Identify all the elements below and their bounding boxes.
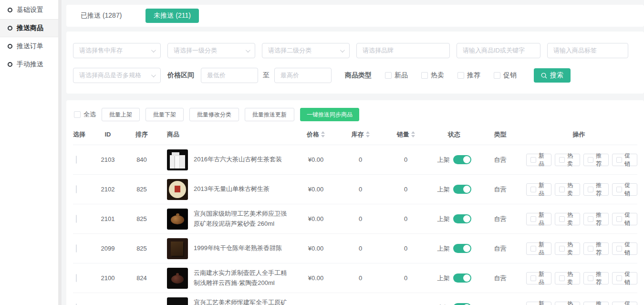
checkbox-icon[interactable] <box>588 275 593 281</box>
product-title[interactable]: 宜兴国家级助理工艺美术师应卫强原矿老段泥葫芦紫砂壶 260ml <box>194 209 292 228</box>
checkbox-icon[interactable] <box>559 187 565 192</box>
checkbox-icon[interactable] <box>530 157 536 163</box>
row-checkbox[interactable] <box>76 156 77 164</box>
search-button[interactable]: 搜索 <box>534 68 571 83</box>
action-new-button[interactable]: 新品 <box>526 302 551 305</box>
checkbox-icon[interactable] <box>530 275 536 281</box>
checkbox-icon[interactable] <box>559 246 565 252</box>
sort-carets-icon[interactable] <box>321 131 325 137</box>
checkbox-icon[interactable] <box>616 157 622 163</box>
select-all-checkbox[interactable]: 全选 <box>74 110 96 119</box>
product-type-checkbox[interactable]: 推荐 <box>457 71 480 80</box>
checkbox-icon[interactable] <box>616 187 622 192</box>
status-toggle[interactable] <box>453 185 471 194</box>
row-checkbox[interactable] <box>76 244 77 252</box>
action-recommend-button[interactable]: 推荐 <box>583 302 609 305</box>
bulk-action-button[interactable]: 批量推送更新 <box>245 108 294 121</box>
category-level2-select[interactable]: 请选择二级分类 <box>262 43 350 58</box>
sidebar-item[interactable]: 推送商品 <box>0 19 58 37</box>
checkbox-icon[interactable] <box>559 275 565 281</box>
product-thumbnail[interactable] <box>167 238 188 259</box>
sidebar-item[interactable]: 手动推送 <box>0 55 58 74</box>
action-promo-button[interactable]: 促销 <box>612 302 637 305</box>
action-hot-button[interactable]: 热卖 <box>555 213 580 225</box>
checkbox-icon[interactable] <box>559 216 565 222</box>
checkbox-icon[interactable] <box>616 216 622 222</box>
price-max-input[interactable]: 最高价 <box>274 68 332 83</box>
action-new-button[interactable]: 新品 <box>526 213 551 225</box>
checkbox-icon[interactable] <box>530 187 536 192</box>
status-toggle[interactable] <box>453 214 471 223</box>
checkbox-icon[interactable] <box>588 187 593 192</box>
product-title[interactable]: 云南建水实力派制壶匠人全手工精制浅雕祥云西施·紫陶壶200ml <box>194 268 292 287</box>
action-recommend-button[interactable]: 推荐 <box>583 183 609 196</box>
row-checkbox[interactable] <box>76 185 77 193</box>
action-new-button[interactable]: 新品 <box>526 183 551 196</box>
action-hot-button[interactable]: 热卖 <box>555 154 580 166</box>
product-type-checkbox[interactable]: 新品 <box>385 71 408 80</box>
action-promo-button[interactable]: 促销 <box>612 183 637 196</box>
checkbox-icon[interactable] <box>616 246 622 252</box>
action-new-button[interactable]: 新品 <box>526 272 551 284</box>
action-new-button[interactable]: 新品 <box>526 242 551 255</box>
action-new-button[interactable]: 新品 <box>526 154 551 166</box>
checkbox-icon[interactable] <box>559 157 565 163</box>
checkbox-icon[interactable] <box>74 111 81 118</box>
product-thumbnail[interactable] <box>167 268 188 289</box>
action-hot-button[interactable]: 热卖 <box>555 183 580 196</box>
action-hot-button[interactable]: 热卖 <box>555 272 580 284</box>
action-recommend-button[interactable]: 推荐 <box>583 272 609 284</box>
action-hot-button[interactable]: 热卖 <box>555 242 580 255</box>
checkbox-icon[interactable] <box>494 72 500 79</box>
keyword-input[interactable]: 请输入商品ID或关键字 <box>457 43 540 58</box>
action-promo-button[interactable]: 促销 <box>612 213 637 225</box>
product-thumbnail[interactable] <box>167 179 188 200</box>
action-recommend-button[interactable]: 推荐 <box>583 154 609 166</box>
checkbox-icon[interactable] <box>588 246 593 252</box>
action-promo-button[interactable]: 促销 <box>612 154 637 166</box>
sidebar-item[interactable]: 推送订单 <box>0 37 58 55</box>
brand-input[interactable]: 请选择品牌 <box>356 43 450 58</box>
product-title[interactable]: 2016年古六大茶山古树生茶套装 <box>194 155 282 164</box>
tag-input[interactable]: 请输入商品标签 <box>547 43 628 58</box>
action-promo-button[interactable]: 促销 <box>612 242 637 255</box>
status-toggle[interactable] <box>453 303 471 305</box>
bulk-action-button[interactable]: 批量修改分类 <box>189 108 239 121</box>
action-hot-button[interactable]: 热卖 <box>555 302 580 305</box>
product-type-checkbox[interactable]: 促销 <box>494 71 517 80</box>
action-recommend-button[interactable]: 推荐 <box>583 242 609 255</box>
row-checkbox[interactable] <box>76 215 77 223</box>
stock-status-select[interactable]: 请选择售中库存 <box>73 43 161 58</box>
status-toggle[interactable] <box>453 244 471 253</box>
price-min-input[interactable]: 最低价 <box>201 68 258 83</box>
product-thumbnail[interactable] <box>167 209 188 230</box>
checkbox-icon[interactable] <box>385 72 392 79</box>
action-recommend-button[interactable]: 推荐 <box>583 213 609 225</box>
product-thumbnail[interactable] <box>167 149 188 170</box>
checkbox-icon[interactable] <box>457 72 464 79</box>
sort-carets-icon[interactable] <box>366 131 370 137</box>
product-title[interactable]: 宜兴工艺美术师恽建军全手工原矿底 <box>194 298 292 305</box>
tab-unpushed[interactable]: 未推送 (211) <box>145 9 199 23</box>
product-thumbnail[interactable] <box>167 297 188 305</box>
product-title[interactable]: 2013年无量山单株古树生茶 <box>194 184 270 194</box>
sort-carets-icon[interactable] <box>411 131 415 137</box>
checkbox-icon[interactable] <box>616 275 622 281</box>
product-title[interactable]: 1999年纯干仓陈年老熟茶香甜陈 <box>194 243 282 253</box>
status-toggle[interactable] <box>453 155 471 164</box>
checkbox-icon[interactable] <box>530 216 536 222</box>
product-type-checkbox[interactable]: 热卖 <box>421 71 444 80</box>
category-level1-select[interactable]: 请选择一级分类 <box>167 43 255 58</box>
tab-pushed[interactable]: 已推送 (1287) <box>81 11 122 20</box>
status-toggle[interactable] <box>453 273 471 283</box>
multi-spec-select[interactable]: 请选择商品是否多规格 <box>73 68 161 83</box>
bulk-action-button[interactable]: 批量上架 <box>102 108 140 121</box>
checkbox-icon[interactable] <box>421 72 428 79</box>
checkbox-icon[interactable] <box>588 157 593 163</box>
checkbox-icon[interactable] <box>530 246 536 252</box>
row-checkbox[interactable] <box>76 274 77 282</box>
sidebar-item[interactable]: 基础设置 <box>0 1 58 19</box>
push-sync-button[interactable]: 一键推送同步商品 <box>300 108 359 121</box>
action-promo-button[interactable]: 促销 <box>612 272 637 284</box>
bulk-action-button[interactable]: 批量下架 <box>145 108 184 121</box>
